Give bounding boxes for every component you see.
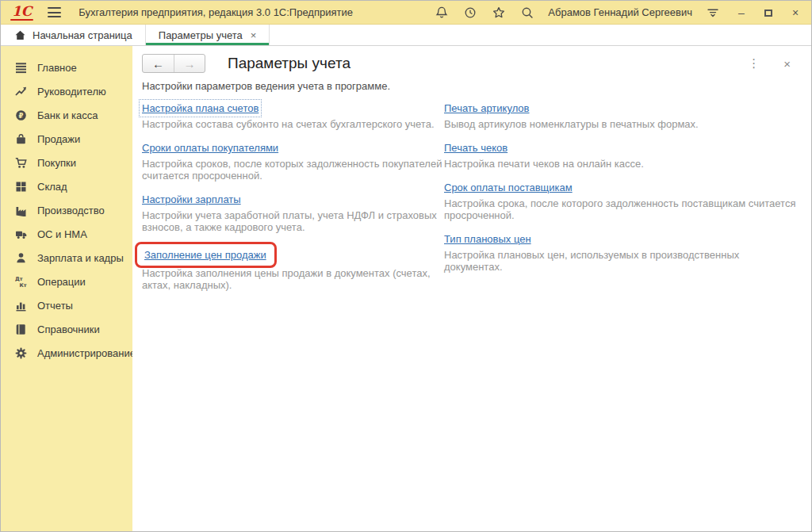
- link-chart-of-accounts[interactable]: Настройка плана счетов: [142, 102, 259, 114]
- sidebar-item-operations[interactable]: Дт Кт Операции: [1, 270, 132, 293]
- setting-description: Настройка состава субконто на счетах бух…: [142, 118, 444, 130]
- sidebar-item-warehouse[interactable]: Склад: [1, 174, 132, 198]
- close-window-button[interactable]: ×: [789, 7, 802, 18]
- setting-description: Настройка заполнения цены продажи в доку…: [142, 267, 444, 291]
- form-close-button[interactable]: ×: [783, 57, 791, 71]
- sidebar-label: Производство: [37, 205, 105, 216]
- tab-accounting-parameters[interactable]: Параметры учета ×: [146, 25, 270, 45]
- warehouse-grid-icon: [14, 180, 27, 193]
- favorites-star-icon[interactable]: [491, 5, 507, 21]
- bag-icon: [14, 132, 27, 145]
- sidebar-item-salary-hr[interactable]: Зарплата и кадры: [1, 246, 132, 270]
- settings-column-right: Печать артикулов Вывод артикулов номенкл…: [444, 101, 799, 301]
- link-planned-price-type[interactable]: Тип плановых цен: [444, 233, 531, 245]
- nav-history-group: ← →: [142, 54, 205, 73]
- sidebar-item-reports[interactable]: Отчеты: [1, 293, 132, 317]
- truck-icon: [14, 228, 27, 240]
- sidebar-item-manager[interactable]: Руководителю: [1, 79, 132, 103]
- setting-description: Настройка печати чеков на онлайн кассе.: [444, 158, 799, 170]
- sidebar-label: Операции: [37, 276, 86, 288]
- form-subtitle: Настройки параметров ведения учета в про…: [142, 80, 799, 92]
- debit-credit-icon: Дт Кт: [14, 275, 27, 288]
- history-icon[interactable]: [462, 5, 478, 21]
- link-customer-payment-terms[interactable]: Сроки оплаты покупателями: [142, 142, 278, 154]
- notifications-bell-icon[interactable]: [434, 5, 450, 21]
- home-icon: [14, 29, 26, 41]
- setting-item: Печать артикулов Вывод артикулов номенкл…: [444, 101, 799, 130]
- setting-description: Настройка плановых цен, используемых в п…: [444, 249, 799, 273]
- sidebar-item-purchases[interactable]: Покупки: [1, 151, 132, 174]
- setting-description: Вывод артикулов номенклатуры в печатных …: [444, 118, 799, 130]
- sidebar-label: Руководителю: [37, 86, 106, 98]
- sidebar-label: Покупки: [37, 157, 76, 169]
- sidebar-item-administration[interactable]: Администрирование: [1, 341, 132, 365]
- link-salary-settings[interactable]: Настройки зарплаты: [142, 193, 241, 205]
- minimize-button[interactable]: –: [735, 7, 748, 18]
- current-user[interactable]: Абрамов Геннадий Сергеевич: [548, 6, 692, 18]
- sidebar-label: Зарплата и кадры: [37, 252, 124, 264]
- trend-chart-icon: [14, 85, 27, 98]
- sidebar-item-bank-cash[interactable]: ₽ Банк и касса: [1, 103, 132, 127]
- app-window: 1С Бухгалтерия предприятия, редакция 3.0…: [0, 0, 812, 532]
- setting-item: Тип плановых цен Настройка плановых цен,…: [444, 232, 799, 273]
- sidebar-item-main[interactable]: Главное: [1, 55, 132, 79]
- gear-icon: [14, 346, 27, 359]
- setting-item: Настройка плана счетов Настройка состава…: [142, 101, 444, 130]
- maximize-button[interactable]: [762, 7, 775, 18]
- page-title: Параметры учета: [228, 55, 350, 72]
- sidebar-label: Банк и касса: [37, 109, 98, 121]
- sidebar-label: Склад: [37, 181, 67, 193]
- settings-columns: Настройка плана счетов Настройка состава…: [142, 101, 799, 301]
- setting-description: Настройка сроков, после которых задолжен…: [142, 158, 444, 182]
- svg-text:₽: ₽: [18, 111, 23, 119]
- setting-item: Сроки оплаты покупателями Настройка срок…: [142, 140, 444, 182]
- accounting-parameters-panel: ← → Параметры учета ⋮ × Настройки параме…: [132, 46, 811, 532]
- maximize-icon: [764, 10, 772, 17]
- setting-item: Срок оплаты поставщикам Настройка срока,…: [444, 180, 799, 221]
- link-supplier-payment-terms[interactable]: Срок оплаты поставщикам: [444, 182, 573, 193]
- bar-chart-icon: [14, 299, 27, 312]
- link-sales-price-filling[interactable]: Заполнение цен продажи: [144, 249, 266, 261]
- setting-item: Настройки зарплаты Настройки учета зараб…: [142, 192, 444, 233]
- title-bar: 1С Бухгалтерия предприятия, редакция 3.0…: [1, 1, 811, 25]
- section-sidebar: Главное Руководителю ₽ Банк и касса: [1, 46, 132, 532]
- tab-label: Параметры учета: [159, 29, 243, 41]
- sidebar-item-sales[interactable]: Продажи: [1, 127, 132, 151]
- link-print-receipts[interactable]: Печать чеков: [444, 142, 508, 154]
- tab-home[interactable]: Начальная страница: [1, 25, 146, 45]
- menu-lines-icon: [14, 61, 27, 74]
- 1c-logo: 1С: [10, 5, 33, 21]
- tab-close-icon[interactable]: ×: [251, 29, 257, 41]
- sidebar-label: Продажи: [37, 133, 80, 145]
- book-icon: [14, 323, 27, 335]
- sidebar-label: Главное: [37, 62, 77, 74]
- window-title: Бухгалтерия предприятия, редакция 3.0 1С…: [79, 6, 353, 18]
- sidebar-label: Справочники: [37, 323, 100, 335]
- tab-bar: Начальная страница Параметры учета ×: [1, 25, 811, 46]
- back-button[interactable]: ←: [143, 55, 174, 72]
- forward-button[interactable]: →: [174, 55, 205, 72]
- settings-column-left: Настройка плана счетов Настройка состава…: [142, 101, 444, 301]
- highlight-annotation: Заполнение цен продажи: [135, 242, 277, 268]
- ruble-circle-icon: ₽: [14, 109, 27, 121]
- sidebar-label: Отчеты: [37, 300, 73, 312]
- main-menu-icon[interactable]: [48, 7, 61, 17]
- sidebar-item-directories[interactable]: Справочники: [1, 317, 132, 341]
- svg-text:Кт: Кт: [20, 282, 27, 289]
- setting-description: Настройки учета заработной платы, учета …: [142, 209, 444, 233]
- sidebar-label: Администрирование: [37, 347, 136, 359]
- sidebar-item-production[interactable]: Производство: [1, 198, 132, 222]
- service-menu-icon[interactable]: [705, 5, 721, 21]
- factory-icon: [14, 204, 27, 216]
- more-actions-button[interactable]: ⋮: [745, 56, 763, 71]
- setting-description: Настройка срока, после которого задолжен…: [444, 197, 799, 221]
- form-header: ← → Параметры учета ⋮ ×: [142, 54, 799, 73]
- link-print-articles[interactable]: Печать артикулов: [444, 102, 530, 114]
- sidebar-label: ОС и НМА: [37, 228, 87, 240]
- setting-item: Печать чеков Настройка печати чеков на о…: [444, 140, 799, 170]
- tab-home-label: Начальная страница: [33, 29, 132, 41]
- person-icon: [14, 251, 27, 264]
- sidebar-item-fixed-assets[interactable]: ОС и НМА: [1, 222, 132, 246]
- search-icon[interactable]: [519, 5, 535, 21]
- setting-item: Заполнение цен продажи Настройка заполне…: [142, 243, 444, 291]
